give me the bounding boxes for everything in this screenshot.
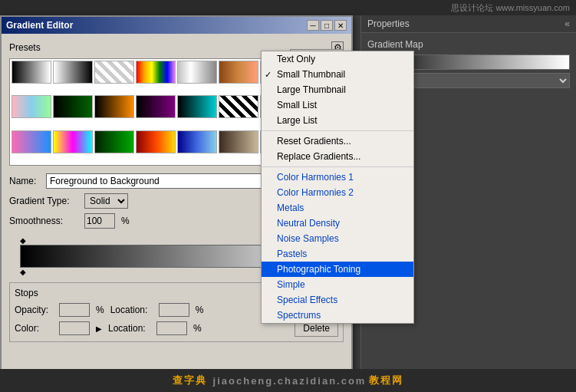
opacity-location-label: Location: bbox=[110, 305, 153, 315]
swatch-purple[interactable] bbox=[136, 95, 176, 118]
properties-header: Properties « bbox=[361, 15, 576, 33]
color-arrow-icon[interactable]: ▶ bbox=[96, 324, 102, 333]
menu-item-noise-samples[interactable]: Noise Samples bbox=[262, 231, 413, 246]
swatch-striped[interactable] bbox=[219, 95, 258, 118]
menu-item-color-harmonies-1[interactable]: Color Harmonies 1 bbox=[262, 170, 413, 185]
opacity-location-input[interactable] bbox=[159, 303, 189, 317]
menu-item-small-list[interactable]: Small List bbox=[262, 97, 413, 113]
color-swatch[interactable] bbox=[59, 321, 90, 335]
swatch-green[interactable] bbox=[53, 95, 93, 118]
minimize-button[interactable]: ─ bbox=[307, 20, 319, 31]
swatch-pastel[interactable] bbox=[12, 95, 51, 118]
watermark-url: jiaocheng.chazidian.com bbox=[213, 375, 367, 387]
dialog-title: Gradient Editor bbox=[6, 20, 73, 31]
swatch-copper[interactable] bbox=[219, 61, 258, 84]
menu-item-large-list[interactable]: Large List bbox=[262, 113, 413, 128]
gradient-type-label: Gradient Type: bbox=[9, 196, 78, 206]
swatch-cool[interactable] bbox=[177, 130, 217, 153]
color-location-percent: % bbox=[193, 323, 202, 334]
menu-item-reset-gradients[interactable]: Reset Gradients... bbox=[262, 133, 413, 149]
menu-item-small-thumbnail[interactable]: Small Thumbnail bbox=[262, 67, 413, 82]
swatch-orange[interactable] bbox=[94, 95, 134, 118]
watermark-cn-text: 查字典 bbox=[173, 374, 207, 387]
swatch-chrome[interactable] bbox=[177, 61, 217, 84]
menu-item-metals[interactable]: Metals bbox=[262, 200, 413, 216]
swatch-wb[interactable] bbox=[53, 61, 93, 84]
swatch-warm[interactable] bbox=[136, 130, 176, 153]
smoothness-label: Smoothness: bbox=[9, 216, 78, 226]
properties-collapse-icon[interactable]: « bbox=[564, 18, 570, 29]
menu-item-pastels[interactable]: Pastels bbox=[262, 246, 413, 262]
gradient-type-select[interactable]: Solid Noise bbox=[84, 193, 128, 209]
swatch-transparent[interactable] bbox=[94, 61, 134, 84]
titlebar-buttons: ─ □ ✕ bbox=[307, 20, 347, 31]
menu-item-spectrums[interactable]: Spectrums bbox=[262, 308, 413, 323]
menu-item-photographic-toning[interactable]: Photographic Toning bbox=[262, 262, 413, 277]
opacity-percent: % bbox=[96, 305, 104, 315]
watermark: 查字典 jiaocheng.chazidian.com 教程网 bbox=[0, 369, 576, 392]
swatch-bw[interactable] bbox=[12, 61, 51, 84]
opacity-label: Opacity: bbox=[15, 305, 53, 315]
swatch-neutral[interactable] bbox=[219, 130, 258, 153]
menu-item-special-effects[interactable]: Special Effects bbox=[262, 292, 413, 308]
swatch-pink-blue[interactable] bbox=[12, 130, 51, 153]
dialog-titlebar: Gradient Editor ─ □ ✕ bbox=[2, 17, 351, 34]
swatch-cyan[interactable] bbox=[177, 95, 217, 118]
color-label: Color: bbox=[15, 323, 53, 334]
opacity-location-percent: % bbox=[196, 305, 204, 315]
color-location-input[interactable] bbox=[156, 321, 187, 335]
color-location-label: Location: bbox=[108, 323, 150, 334]
watermark-suffix: 教程网 bbox=[369, 374, 403, 387]
top-bar: 思设计论坛 www.missyuan.com bbox=[0, 0, 576, 15]
swatch-multi1[interactable] bbox=[53, 130, 93, 153]
menu-item-replace-gradients[interactable]: Replace Gradients... bbox=[262, 149, 413, 164]
swatch-rainbow[interactable] bbox=[136, 61, 176, 84]
menu-item-large-thumbnail[interactable]: Large Thumbnail bbox=[262, 82, 413, 97]
menu-separator bbox=[262, 130, 413, 131]
smoothness-unit: % bbox=[121, 216, 130, 226]
menu-item-neutral-density[interactable]: Neutral Density bbox=[262, 216, 413, 231]
gradient-map-label: Gradient Map bbox=[367, 39, 570, 50]
menu-item-simple[interactable]: Simple bbox=[262, 277, 413, 292]
smoothness-input[interactable] bbox=[84, 213, 115, 229]
swatch-dark-green[interactable] bbox=[94, 130, 134, 153]
menu-item-text-only[interactable]: Text Only bbox=[262, 51, 413, 67]
name-label: Name: bbox=[9, 176, 40, 186]
properties-title: Properties bbox=[367, 18, 410, 29]
site-text: 思设计论坛 www.missyuan.com bbox=[451, 2, 570, 14]
maximize-button[interactable]: □ bbox=[321, 20, 333, 31]
close-button[interactable]: ✕ bbox=[334, 20, 347, 31]
presets-label: Presets bbox=[9, 42, 41, 53]
dropdown-menu: Text OnlySmall ThumbnailLarge ThumbnailS… bbox=[261, 51, 414, 324]
menu-item-color-harmonies-2[interactable]: Color Harmonies 2 bbox=[262, 185, 413, 200]
opacity-input[interactable] bbox=[59, 303, 90, 317]
menu-separator bbox=[262, 166, 413, 167]
